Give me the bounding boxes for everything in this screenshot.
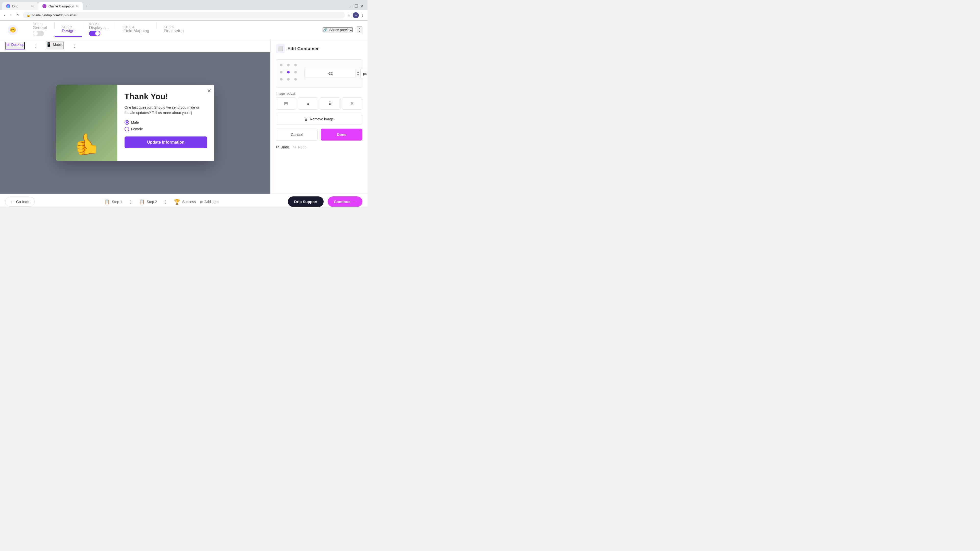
url-bar[interactable]: 🔒 onsite.getdrip.com/drip-builder/ bbox=[23, 12, 345, 19]
pos-dot-tl[interactable] bbox=[280, 64, 283, 66]
cancel-button[interactable]: Cancel bbox=[275, 129, 318, 141]
radio-group: Male Female bbox=[124, 120, 207, 131]
mobile-view-button[interactable]: 📱 Mobile bbox=[46, 41, 64, 49]
pos-dot-ml[interactable] bbox=[280, 71, 283, 73]
radio-male[interactable]: Male bbox=[124, 120, 207, 125]
undo-icon: ↩ bbox=[275, 144, 279, 149]
window-minimize[interactable]: ─ bbox=[350, 4, 352, 9]
logo-icon: 😊 bbox=[10, 27, 16, 33]
update-information-button[interactable]: Update Information bbox=[124, 137, 207, 148]
step2-label: Design bbox=[62, 29, 75, 33]
address-bar: ‹ › ↻ 🔒 onsite.getdrip.com/drip-builder/… bbox=[0, 10, 368, 21]
desktop-icon: 🖥 bbox=[6, 42, 10, 47]
remove-image-label: Remove image bbox=[310, 117, 334, 121]
bottom-step1[interactable]: 📋 Step 1 bbox=[104, 199, 122, 205]
more-actions-icon[interactable]: ⋮ bbox=[361, 13, 364, 17]
no-repeat-icon: ✕ bbox=[350, 101, 354, 106]
image-repeat-section: Image repeat ⊞ ⠶ ⠿ ✕ bbox=[275, 92, 363, 110]
step-general[interactable]: STEP 1 General bbox=[25, 22, 54, 37]
step1-toggle[interactable] bbox=[33, 30, 44, 36]
pos-dot-mr[interactable] bbox=[294, 71, 297, 73]
repeat-vertical-button[interactable]: ⠿ bbox=[320, 97, 340, 110]
share-icon: 🔗 bbox=[323, 28, 328, 32]
redo-button[interactable]: ↪ Redo bbox=[293, 144, 306, 149]
tab-drip-close[interactable]: ✕ bbox=[31, 4, 34, 8]
step1-more-button[interactable]: ⋮ bbox=[126, 198, 135, 206]
drip-support-label: Drip Support bbox=[294, 200, 318, 204]
pos-dot-tc[interactable] bbox=[287, 64, 290, 66]
spin-down-button[interactable]: ▼ bbox=[357, 73, 360, 76]
lock-icon: 🔒 bbox=[27, 14, 30, 17]
tab-onsite[interactable]: 🟣 Onsite Campaign ✕ bbox=[38, 2, 83, 10]
desktop-more-button[interactable]: ⋮ bbox=[31, 42, 40, 49]
plus-icon: ⊕ bbox=[200, 200, 203, 204]
go-back-button[interactable]: ← Go back bbox=[5, 197, 35, 206]
spin-up-button[interactable]: ▲ bbox=[357, 70, 360, 73]
modal-content: ✕ Thank You! One last question. Should w… bbox=[118, 85, 215, 161]
refresh-button[interactable]: ↻ bbox=[15, 12, 21, 19]
add-step-button[interactable]: ⊕ Add step bbox=[200, 200, 218, 204]
browser-chrome: 💧 Drip ✕ 🟣 Onsite Campaign ✕ + ─ ❐ ✕ ‹ ›… bbox=[0, 0, 368, 21]
tab-onsite-close[interactable]: ✕ bbox=[76, 4, 79, 8]
header-more-button[interactable]: ⋮ bbox=[357, 27, 363, 33]
trash-icon: 🗑 bbox=[304, 117, 308, 121]
image-repeat-label: Image repeat bbox=[275, 92, 363, 95]
address-actions: ☆ In ⋮ bbox=[347, 12, 364, 18]
pos-dot-tr[interactable] bbox=[294, 64, 297, 66]
back-arrow-icon: ← bbox=[11, 200, 14, 204]
step-design[interactable]: STEP 2 Design bbox=[55, 22, 82, 37]
undo-button[interactable]: ↩ Undo bbox=[275, 144, 289, 149]
repeat-horizontal-button[interactable]: ⠶ bbox=[298, 97, 318, 110]
new-tab-button[interactable]: + bbox=[83, 3, 90, 10]
onsite-favicon: 🟣 bbox=[42, 4, 46, 8]
repeat-tile-button[interactable]: ⊞ bbox=[275, 97, 296, 110]
pos-dot-bc[interactable] bbox=[287, 78, 290, 81]
step-final-setup[interactable]: STEP 5 Final setup bbox=[156, 22, 191, 37]
desktop-view-button[interactable]: 🖥 Desktop bbox=[5, 42, 25, 49]
panel-title-row: ⬜ Edit Container bbox=[275, 44, 363, 53]
profile-icon[interactable]: In bbox=[353, 12, 359, 18]
radio-male-label: Male bbox=[131, 121, 139, 124]
undo-redo-area: ↩ Undo ↪ Redo bbox=[275, 144, 363, 149]
step3-label: Display s... bbox=[89, 25, 109, 30]
share-preview-button[interactable]: 🔗 Share preview bbox=[323, 27, 353, 32]
share-preview-label: Share preview bbox=[329, 28, 352, 32]
unit-select[interactable]: px % em bbox=[360, 69, 368, 78]
logo-area: 😊 bbox=[5, 25, 21, 35]
position-value-input[interactable] bbox=[304, 69, 356, 78]
radio-female-label: Female bbox=[131, 127, 143, 131]
step-field-mapping[interactable]: STEP 4 Field Mapping bbox=[116, 22, 156, 37]
radio-female[interactable]: Female bbox=[124, 127, 207, 131]
step-display[interactable]: STEP 3 Display s... bbox=[82, 22, 116, 37]
step2-more-button[interactable]: ⋮ bbox=[161, 198, 170, 206]
modal-image[interactable]: 👍 bbox=[56, 85, 118, 161]
step3-toggle-area bbox=[89, 30, 109, 36]
radio-female-indicator bbox=[124, 127, 129, 131]
mobile-more-button[interactable]: ⋮ bbox=[70, 42, 79, 49]
step5-label: Final setup bbox=[164, 29, 183, 33]
panel-title: Edit Container bbox=[287, 46, 319, 52]
done-label: Done bbox=[337, 132, 347, 137]
bottom-success[interactable]: 🏆 Success bbox=[174, 199, 196, 205]
remove-image-button[interactable]: 🗑 Remove image bbox=[275, 114, 363, 124]
pos-dot-mc[interactable] bbox=[287, 71, 290, 73]
pos-dot-bl[interactable] bbox=[280, 78, 283, 81]
window-close[interactable]: ✕ bbox=[360, 4, 363, 9]
vertical-icon: ⠿ bbox=[328, 101, 332, 106]
go-back-label: Go back bbox=[16, 200, 29, 204]
modal-close-button[interactable]: ✕ bbox=[207, 88, 211, 94]
success-label: Success bbox=[182, 200, 196, 204]
pos-dot-br[interactable] bbox=[294, 78, 297, 81]
forward-button[interactable]: › bbox=[9, 12, 12, 19]
back-button[interactable]: ‹ bbox=[3, 12, 6, 19]
horizontal-icon: ⠶ bbox=[306, 101, 310, 106]
star-icon[interactable]: ☆ bbox=[347, 13, 351, 17]
done-button[interactable]: Done bbox=[321, 129, 363, 141]
step3-toggle[interactable] bbox=[89, 30, 100, 36]
tab-drip[interactable]: 💧 Drip ✕ bbox=[2, 2, 38, 10]
continue-button[interactable]: Continue → bbox=[328, 197, 363, 206]
drip-support-button[interactable]: Drip Support bbox=[288, 197, 324, 206]
bottom-step2[interactable]: 📋 Step 2 bbox=[139, 199, 157, 205]
window-maximize[interactable]: ❐ bbox=[355, 4, 358, 9]
repeat-none-button[interactable]: ✕ bbox=[342, 97, 363, 110]
